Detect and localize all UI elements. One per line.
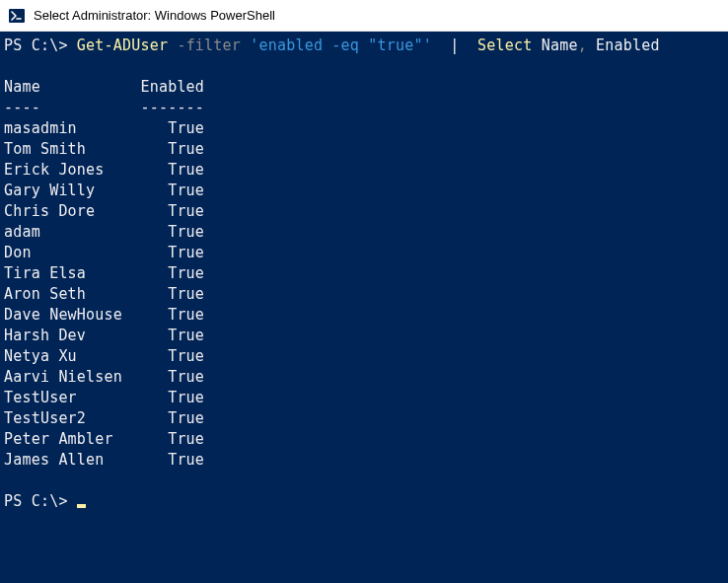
cmdlet: Get-ADUser (77, 36, 168, 54)
header-underline: ---- ------- (4, 99, 204, 116)
svg-rect-0 (9, 9, 25, 23)
output-rows: masadmin True Tom Smith True Erick Jones… (4, 119, 204, 469)
blank-line-2 (4, 472, 13, 489)
blank-line (4, 57, 13, 75)
select-cmd: Select (477, 36, 532, 54)
window-title: Select Administrator: Windows PowerShell (34, 8, 275, 23)
terminal-area[interactable]: PS C:\> Get-ADUser -filter 'enabled -eq … (0, 32, 728, 583)
powershell-icon (8, 7, 26, 25)
param-filter: -filter (177, 36, 241, 54)
prompt-2: PS C:\> (4, 492, 77, 510)
window-titlebar[interactable]: Select Administrator: Windows PowerShell (0, 0, 728, 32)
cursor (77, 504, 86, 508)
filter-value: 'enabled -eq "true"' (250, 36, 432, 54)
header-row: Name Enabled (4, 78, 204, 96)
comma: , (578, 36, 587, 54)
pipe: | (450, 36, 459, 54)
prompt: PS C:\> (4, 36, 77, 54)
col-name: Name (542, 36, 578, 54)
col-enabled: Enabled (596, 36, 660, 54)
